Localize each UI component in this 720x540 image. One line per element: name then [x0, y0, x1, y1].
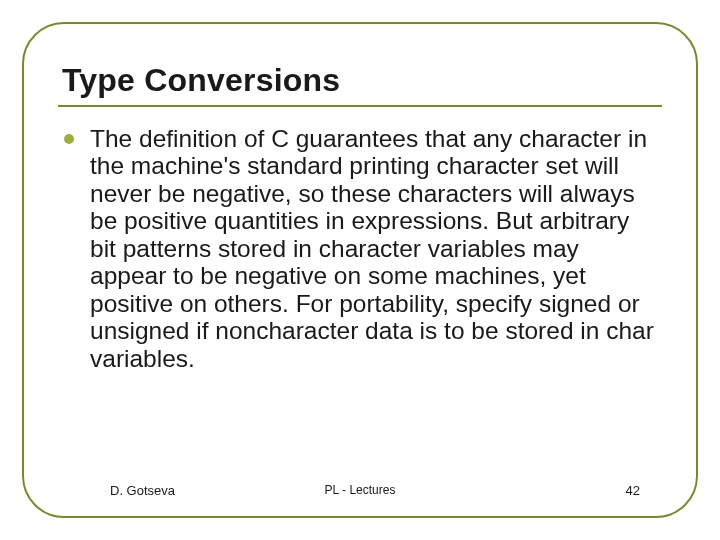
footer-author: D. Gotseva: [110, 483, 175, 498]
slide-body-text: The definition of C guarantees that any …: [90, 125, 658, 372]
slide-title: Type Conversions: [62, 62, 662, 99]
title-underline: [58, 105, 662, 107]
footer-center: PL - Lectures: [325, 483, 396, 497]
footer-page-number: 42: [626, 483, 640, 498]
slide-content: The definition of C guarantees that any …: [58, 125, 662, 372]
slide-footer: D. Gotseva PL - Lectures 42: [24, 483, 696, 498]
slide-frame: Type Conversions The definition of C gua…: [22, 22, 698, 518]
bullet-dot-icon: [64, 134, 74, 144]
